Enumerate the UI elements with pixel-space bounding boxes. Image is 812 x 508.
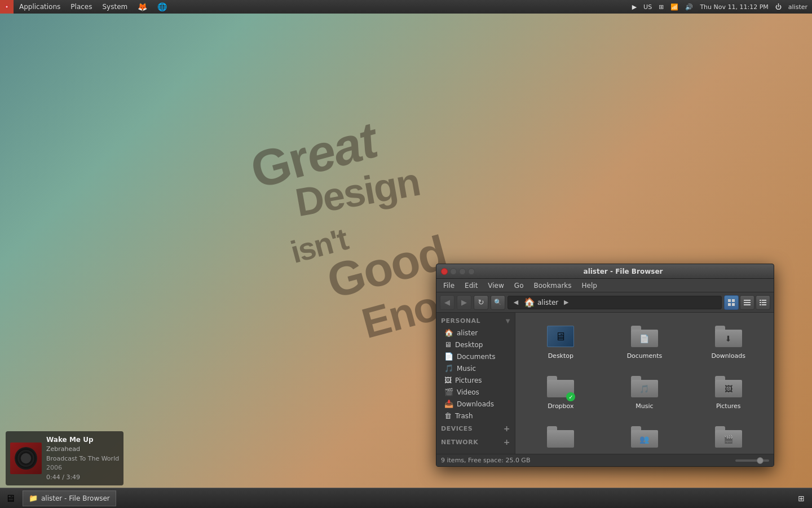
downloads-sidebar-icon: 📥 bbox=[444, 400, 453, 408]
downloads-folder-icon: ⬇ bbox=[715, 323, 742, 350]
window-toolbar: ◀ ▶ ↻ 🔍 ◀ 🏠 alister ▶ bbox=[436, 292, 774, 313]
location-bar: ◀ 🏠 alister ▶ bbox=[508, 296, 722, 309]
desktop: Great Design isn't Good Enough Applicati… bbox=[0, 0, 812, 508]
file-grid: 🖥 Desktop 📄 bbox=[521, 318, 768, 454]
svg-rect-2 bbox=[728, 299, 731, 302]
song-time: 0:44 / 3:49 bbox=[46, 473, 119, 483]
panel-logo[interactable] bbox=[0, 0, 14, 14]
sidebar-item-pictures[interactable]: 🖼 Pictures bbox=[436, 374, 515, 386]
file-dropbox[interactable]: ✓ Dropbox bbox=[521, 369, 601, 414]
file-downloads[interactable]: ⬇ Downloads bbox=[689, 318, 768, 364]
song-info: Wake Me Up Zebrahead Broadcast To The Wo… bbox=[46, 435, 119, 482]
videos-label: Videos bbox=[718, 453, 739, 454]
menu-bookmarks[interactable]: Bookmarks bbox=[529, 281, 576, 291]
detail-view-button[interactable] bbox=[756, 295, 770, 310]
file-count-status: 9 items, Free space: 25.0 GB bbox=[441, 457, 530, 464]
documents-label: Documents bbox=[627, 352, 663, 360]
personal-toggle[interactable]: ▼ bbox=[506, 318, 510, 324]
svg-rect-11 bbox=[760, 302, 761, 303]
file-music[interactable]: 🎵 Music bbox=[605, 369, 685, 414]
dropbox-folder-icon: ✓ bbox=[547, 373, 574, 400]
location-prev-button[interactable]: ◀ bbox=[510, 297, 522, 308]
menu-file[interactable]: File bbox=[439, 281, 459, 291]
volume-icon[interactable]: 🔊 bbox=[683, 0, 695, 14]
menu-edit[interactable]: Edit bbox=[460, 281, 482, 291]
taskbar-window-item[interactable]: 📁 alister - File Browser bbox=[23, 491, 116, 506]
firefox-icon[interactable]: 🦊 bbox=[133, 0, 152, 14]
taskbar-expand-icon[interactable]: ⊞ bbox=[795, 492, 807, 505]
dropbox-label: Dropbox bbox=[548, 402, 573, 410]
power-icon[interactable]: ⏻ bbox=[773, 0, 784, 14]
devices-add-button[interactable]: + bbox=[504, 424, 510, 433]
svg-rect-14 bbox=[762, 304, 766, 305]
menu-places[interactable]: Places bbox=[66, 0, 96, 14]
reload-button[interactable]: ↻ bbox=[474, 295, 488, 310]
window-maximize-button[interactable] bbox=[468, 268, 475, 275]
menu-help[interactable]: Help bbox=[577, 281, 602, 291]
pictures-label: Pictures bbox=[716, 402, 741, 410]
file-area[interactable]: 🖥 Desktop 📄 bbox=[515, 313, 774, 454]
menu-go[interactable]: Go bbox=[510, 281, 528, 291]
svg-rect-6 bbox=[744, 300, 751, 301]
keyboard-layout[interactable]: US bbox=[641, 0, 654, 14]
status-bar: 9 items, Free space: 25.0 GB bbox=[436, 454, 774, 466]
home-sidebar-icon: 🏠 bbox=[444, 329, 453, 337]
menu-system[interactable]: System bbox=[98, 0, 132, 14]
sidebar-item-desktop[interactable]: 🖥 Desktop bbox=[436, 339, 515, 351]
svg-rect-5 bbox=[732, 303, 735, 306]
song-year: 2006 bbox=[46, 463, 119, 473]
forward-button[interactable]: ▶ bbox=[457, 295, 471, 310]
sidebar-item-downloads[interactable]: 📥 Downloads bbox=[436, 398, 515, 410]
grid-view-button[interactable] bbox=[724, 295, 739, 310]
window-body: Personal ▼ 🏠 alister 🖥 Desktop 📄 Documen… bbox=[436, 313, 774, 454]
window-close-button[interactable] bbox=[441, 268, 448, 275]
svg-rect-8 bbox=[744, 304, 751, 305]
window-restore-button[interactable] bbox=[459, 268, 466, 275]
svg-rect-3 bbox=[732, 299, 735, 302]
back-button[interactable]: ◀ bbox=[440, 295, 454, 310]
file-documents[interactable]: 📄 Documents bbox=[605, 318, 685, 364]
sidebar-network-header: Network + bbox=[436, 435, 515, 449]
window-title: alister - File Browser bbox=[477, 268, 769, 275]
sidebar-item-documents[interactable]: 📄 Documents bbox=[436, 351, 515, 362]
list-view-button[interactable] bbox=[740, 295, 754, 310]
clock: Thu Nov 11, 11:12 PM bbox=[698, 0, 770, 14]
taskbar-show-desktop[interactable]: 🖥 bbox=[0, 488, 20, 509]
network-add-button[interactable]: + bbox=[504, 437, 510, 446]
file-pictures[interactable]: 🖼 Pictures bbox=[689, 369, 768, 414]
file-projects[interactable]: Projects bbox=[521, 419, 601, 454]
zoom-track[interactable] bbox=[735, 459, 769, 462]
music-player: Wake Me Up Zebrahead Broadcast To The Wo… bbox=[6, 431, 123, 485]
dropbox-sync-badge: ✓ bbox=[566, 392, 575, 401]
file-public[interactable]: 👥 Public bbox=[605, 419, 685, 454]
desktop-sidebar-icon: 🖥 bbox=[444, 340, 452, 349]
zoom-thumb[interactable] bbox=[757, 457, 764, 464]
sidebar-item-alister[interactable]: 🏠 alister bbox=[436, 327, 515, 339]
taskbar-window-icon: 📁 bbox=[29, 494, 38, 502]
projects-folder-icon bbox=[547, 423, 574, 450]
album-art bbox=[10, 443, 42, 474]
sidebar-item-trash[interactable]: 🗑 Trash bbox=[436, 410, 515, 422]
svg-point-1 bbox=[6, 6, 8, 8]
menu-view[interactable]: View bbox=[483, 281, 508, 291]
documents-sidebar-icon: 📄 bbox=[444, 352, 453, 361]
sidebar-item-videos[interactable]: 🎬 Videos bbox=[436, 386, 515, 398]
location-next-button[interactable]: ▶ bbox=[561, 297, 572, 308]
svg-rect-7 bbox=[744, 302, 751, 303]
file-videos[interactable]: 🎬 Videos bbox=[689, 419, 768, 454]
file-desktop[interactable]: 🖥 Desktop bbox=[521, 318, 601, 364]
panel-right: ▶ US ⊞ 📶 🔊 Thu Nov 11, 11:12 PM ⏻ aliste… bbox=[630, 0, 812, 14]
svg-rect-12 bbox=[762, 302, 766, 303]
window-minimize-button[interactable] bbox=[450, 268, 457, 275]
search-button[interactable]: 🔍 bbox=[491, 295, 505, 310]
sidebar-item-music[interactable]: 🎵 Music bbox=[436, 362, 515, 374]
location-text: alister bbox=[537, 299, 558, 306]
network-icon[interactable]: 📶 bbox=[668, 0, 681, 14]
menu-applications[interactable]: Applications bbox=[15, 0, 65, 14]
svg-rect-4 bbox=[728, 303, 731, 306]
zoom-slider[interactable] bbox=[735, 459, 769, 462]
window-list-icon[interactable]: ⊞ bbox=[656, 0, 666, 14]
browser-icon[interactable]: 🌐 bbox=[153, 0, 171, 14]
run-indicator: ▶ bbox=[630, 0, 639, 14]
projects-label: Projects bbox=[549, 453, 573, 454]
